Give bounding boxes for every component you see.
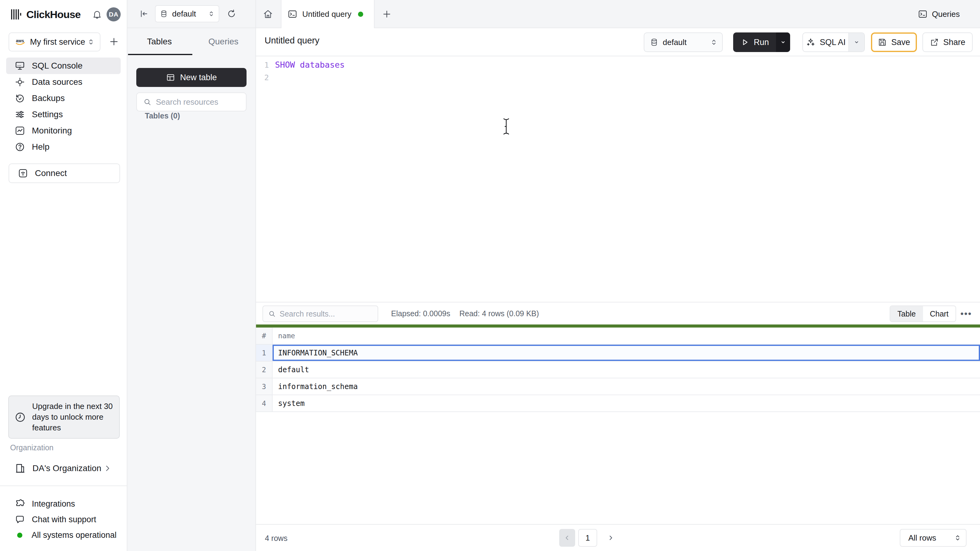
system-status-row[interactable]: All systems operational [6,527,121,543]
run-options-caret[interactable] [776,32,790,52]
query-tab-active[interactable]: Untitled query [281,0,375,28]
row-count-label: 4 rows [265,534,288,543]
sql-editor[interactable]: 1 SHOW databases 2 [256,56,980,302]
connect-button[interactable]: Connect [9,164,120,183]
toggle-chart[interactable]: Chart [923,306,956,321]
text-cursor-ibeam-icon [503,118,510,135]
sidebar-item-chat-support[interactable]: Chat with support [6,511,121,527]
sidebar-item-help[interactable]: Help [6,139,121,155]
share-external-icon [930,38,939,47]
database-icon [160,10,168,18]
unsaved-changes-dot-icon [358,12,363,17]
tab-queries[interactable]: Queries [191,28,255,55]
sidebar-item-backups[interactable]: Backups [6,90,121,106]
row-index: 3 [256,378,272,395]
cell-name[interactable]: system [272,395,980,411]
page-size-selector[interactable]: All rows [900,529,967,547]
tab-tables[interactable]: Tables [127,28,191,55]
status-green-dot-icon [17,533,22,538]
results-more-menu[interactable]: ••• [960,308,972,319]
svg-text:aws: aws [16,38,24,43]
collapse-back-icon[interactable] [139,9,149,19]
upgrade-notice: Upgrade in the next 30 days to unlock mo… [8,395,120,439]
share-button[interactable]: Share [923,32,973,52]
chat-support-label: Chat with support [32,515,96,524]
database-selector-header[interactable]: default [644,32,723,52]
puzzle-icon [15,499,25,509]
results-search[interactable] [262,305,378,322]
table-row[interactable]: 3 information_schema [256,378,980,395]
cell-name[interactable]: default [272,362,980,378]
column-header-index[interactable]: # [256,327,272,344]
monitor-icon [15,60,25,71]
refresh-icon[interactable] [227,9,236,19]
main-area: Untitled query Queries Untitled query [256,0,980,551]
read-stat: Read: 4 rows (0.09 KB) [460,309,539,318]
notifications-bell-icon[interactable] [92,9,102,20]
queries-button-label: Queries [932,10,960,19]
results-table-header: # name [256,327,980,345]
save-button[interactable]: Save [871,32,917,52]
save-label: Save [891,38,910,47]
tables-count-label: Tables (0) [145,111,180,120]
upgrade-notice-text: Upgrade in the next 30 days to unlock mo… [32,401,114,433]
row-index: 4 [256,395,272,411]
active-tab-underline [128,54,192,55]
pagination-prev-button[interactable] [559,529,575,547]
query-success-progress-bar [256,324,980,327]
new-table-label: New table [180,73,217,83]
table-row[interactable]: 4 system [256,395,980,412]
run-label: Run [754,38,769,47]
sidebar-item-monitoring[interactable]: Monitoring [6,122,121,139]
building-icon [15,463,26,474]
add-service-button[interactable] [109,37,119,46]
terminal-icon [918,9,928,19]
brand-name: ClickHouse [26,9,81,21]
chart-icon [15,125,25,136]
query-title[interactable]: Untitled query [265,35,320,46]
pagination-next-button[interactable] [603,529,619,547]
organization-selector[interactable]: DA's Organization [6,460,121,477]
pagination-page-button[interactable]: 1 [578,529,597,547]
sidebar-item-data-sources[interactable]: Data sources [6,74,121,90]
cell-name[interactable]: information_schema [272,378,980,395]
chevron-updown-icon [87,38,95,46]
resource-tabs: Tables Queries [127,28,255,55]
service-name: My first service [30,37,87,47]
sql-ai-button[interactable]: SQL AI [803,33,848,51]
chevron-right-icon [103,464,111,472]
page-size-value: All rows [908,533,954,543]
resource-search[interactable] [136,92,247,111]
results-search-input[interactable] [280,310,373,318]
queries-button[interactable]: Queries [918,0,960,28]
user-avatar[interactable]: DA [107,7,121,21]
sidebar-item-settings[interactable]: Settings [6,106,121,123]
line-number: 1 [258,60,269,70]
chevron-updown-icon [710,38,718,46]
toggle-table[interactable]: Table [890,306,923,321]
run-button[interactable]: Run [733,32,776,52]
table-row[interactable]: 1 INFORMATION_SCHEMA [256,345,980,362]
database-selector-topbar[interactable]: default [155,5,219,22]
resource-panel: default Tables Queries [127,0,256,551]
cell-name[interactable]: INFORMATION_SCHEMA [272,345,980,361]
help-circle-icon [15,142,25,152]
sidebar-item-sql-console[interactable]: SQL Console [6,57,121,74]
play-icon [740,38,749,47]
sidebar-item-integrations[interactable]: Integrations [6,496,121,512]
clock-icon [14,411,26,423]
column-header-name[interactable]: name [272,327,980,344]
search-icon [268,310,276,318]
home-icon[interactable] [263,9,273,19]
resource-search-input[interactable] [156,97,241,107]
sql-ai-caret[interactable] [848,33,864,51]
table-row[interactable]: 2 default [256,362,980,378]
line-number: 2 [258,73,269,82]
results-toolbar: Elapsed: 0.0009s Read: 4 rows (0.09 KB) … [256,302,980,324]
sql-ai-label: SQL AI [820,38,846,47]
new-table-button[interactable]: New table [136,68,247,87]
elapsed-stat: Elapsed: 0.0009s [391,309,450,318]
service-selector[interactable]: aws My first service [9,32,100,51]
sql-ai-button-group: SQL AI [802,32,865,52]
new-tab-plus-icon[interactable] [382,10,391,19]
